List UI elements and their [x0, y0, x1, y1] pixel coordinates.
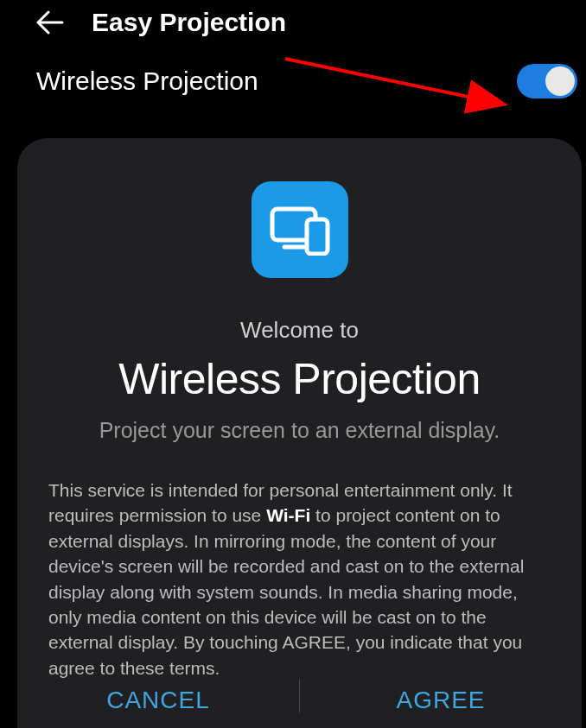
- header: Easy Projection: [0, 0, 586, 55]
- screen-cast-icon: [269, 204, 331, 256]
- dialog-title: Wireless Projection: [118, 354, 480, 404]
- dialog-terms-text: This service is intended for personal en…: [43, 478, 556, 681]
- back-button[interactable]: [35, 7, 66, 38]
- agree-button[interactable]: AGREE: [300, 673, 582, 728]
- setting-label: Wireless Projection: [36, 66, 258, 96]
- projection-app-icon: [252, 181, 348, 278]
- dialog-subtitle: Project your screen to an external displ…: [99, 418, 500, 443]
- welcome-label: Welcome to: [240, 317, 359, 344]
- arrow-left-icon: [36, 10, 64, 35]
- dialog-footer: CANCEL AGREE: [17, 673, 582, 728]
- svg-rect-4: [307, 219, 328, 254]
- wireless-projection-toggle[interactable]: [517, 64, 577, 98]
- toggle-knob: [545, 66, 575, 96]
- terms-post: to project content on to external displa…: [48, 505, 524, 677]
- page-title: Easy Projection: [92, 8, 286, 37]
- welcome-dialog: Welcome to Wireless Projection Project y…: [17, 138, 582, 728]
- terms-bold: Wi-Fi: [266, 505, 310, 525]
- wireless-projection-row: Wireless Projection: [0, 55, 586, 98]
- cancel-button[interactable]: CANCEL: [17, 673, 299, 728]
